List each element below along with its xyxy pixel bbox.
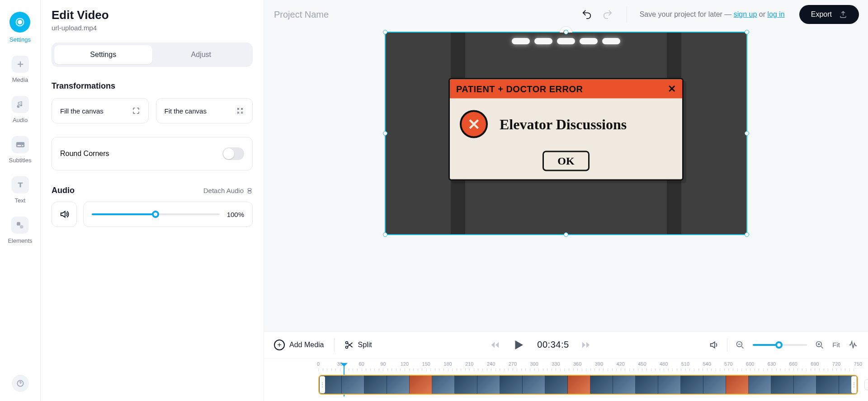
fit-canvas-label: Fit the canvas [165, 107, 207, 115]
redo-button[interactable] [601, 8, 614, 21]
svg-rect-11 [248, 191, 251, 193]
zoom-out-button[interactable] [736, 340, 745, 349]
clip-thumbnail [613, 376, 636, 394]
ruler-tick-label: 90 [380, 361, 386, 367]
play-button[interactable] [512, 338, 525, 352]
skip-forward-button[interactable] [581, 340, 591, 350]
ruler-tick-label: 480 [660, 361, 668, 367]
zoom-in-icon [815, 340, 824, 349]
resize-handle[interactable] [745, 30, 749, 34]
close-icon: ✕ [668, 83, 676, 95]
timeline-ruler[interactable]: 0306090120150180210240270300330360390420… [318, 361, 858, 373]
error-icon: ✕ [460, 110, 488, 138]
topbar: Project Name Save your project for later… [264, 0, 868, 29]
rail-settings[interactable]: Settings [9, 12, 31, 43]
ruler-tick-label: 390 [595, 361, 603, 367]
ruler-tick-label: 330 [552, 361, 560, 367]
video-track[interactable] [318, 375, 858, 395]
undo-icon [581, 9, 593, 19]
tab-settings[interactable]: Settings [54, 45, 152, 64]
zoom-slider[interactable] [753, 344, 807, 346]
waveform-button[interactable] [848, 340, 858, 350]
export-button[interactable]: Export [799, 5, 859, 24]
detach-audio-label: Detach Audio [203, 187, 244, 194]
svg-point-0 [18, 20, 22, 24]
help-button[interactable] [12, 375, 29, 392]
export-label: Export [811, 10, 832, 19]
rail-audio-label: Audio [13, 117, 28, 123]
fit-canvas-button[interactable]: Fit the canvas [156, 98, 253, 123]
plus-icon [12, 56, 29, 73]
clip-thumbnail [726, 376, 749, 394]
shapes-icon [11, 217, 28, 234]
ruler-tick-label: 0 [317, 361, 320, 367]
expand-icon [132, 107, 140, 115]
volume-slider-wrap: 100% [83, 202, 253, 227]
rail-text[interactable]: Text [12, 176, 29, 204]
tab-adjust[interactable]: Adjust [152, 45, 250, 64]
svg-rect-7 [17, 222, 21, 226]
ruler-tick-label: 540 [703, 361, 711, 367]
scissors-icon [344, 340, 354, 349]
add-media-label: Add Media [289, 341, 324, 349]
clip-trim-right[interactable]: ⋮ [851, 376, 857, 393]
log-in-link[interactable]: log in [768, 10, 785, 18]
panel-subtitle: url-upload.mp4 [52, 24, 253, 32]
rail-audio[interactable]: Audio [12, 96, 29, 123]
clip-thumbnail [749, 376, 771, 394]
ruler-tick-label: 300 [530, 361, 538, 367]
sign-up-link[interactable]: sign up [734, 10, 757, 18]
ruler-tick-label: 450 [638, 361, 646, 367]
ruler-tick-label: 630 [768, 361, 776, 367]
fill-canvas-button[interactable]: Fill the canvas [52, 98, 149, 123]
rail-media[interactable]: Media [12, 56, 29, 83]
resize-handle[interactable] [564, 232, 568, 237]
clip-thumbnail [410, 376, 432, 394]
svg-rect-4 [16, 142, 24, 147]
resize-handle[interactable] [383, 131, 387, 136]
resize-handle[interactable] [745, 131, 749, 136]
clip-trim-left[interactable]: ⋮ [320, 376, 325, 393]
nav-rail: Settings Media Audio Subtitles Text [0, 0, 41, 401]
fit-button[interactable]: Fit [832, 341, 840, 349]
split-button[interactable]: Split [344, 340, 372, 349]
rail-subtitles[interactable]: Subtitles [9, 136, 32, 164]
resize-handle[interactable] [564, 30, 568, 34]
rail-elements-label: Elements [8, 237, 32, 244]
ruler-tick-label: 720 [832, 361, 840, 367]
separator [727, 338, 727, 352]
project-name-input[interactable]: Project Name [274, 9, 329, 20]
settings-panel: Edit Video url-upload.mp4 Settings Adjus… [41, 0, 264, 401]
mute-button[interactable] [52, 202, 77, 227]
ruler-tick-label: 750 [854, 361, 862, 367]
ruler-tick-label: 150 [422, 361, 430, 367]
separator [627, 7, 627, 22]
dialog-ok-button: OK [542, 151, 589, 171]
ruler-tick-label: 270 [509, 361, 517, 367]
resize-handle[interactable] [383, 232, 387, 237]
main-area: Project Name Save your project for later… [264, 0, 868, 401]
ruler-tick-label: 120 [401, 361, 409, 367]
svg-point-13 [345, 346, 348, 348]
resize-handle[interactable] [745, 232, 749, 237]
undo-button[interactable] [580, 8, 593, 21]
add-track-button[interactable]: + [864, 379, 868, 390]
volume-slider[interactable] [92, 213, 220, 215]
clip-thumbnail [523, 376, 545, 394]
clip-thumbnail [477, 376, 500, 394]
timeline-toolbar: + Add Media Split 00:34:5 [264, 331, 868, 358]
video-preview[interactable]: PATIENT + DOCTOR ERROR ✕ ✕ Elevator Disc… [385, 32, 747, 235]
add-media-button[interactable]: + Add Media [274, 340, 324, 350]
dialog-body-text: Elevator Discussions [500, 116, 627, 132]
subtitles-icon [12, 136, 29, 153]
zoom-in-button[interactable] [815, 340, 824, 349]
rail-elements[interactable]: Elements [8, 217, 32, 244]
app-root: Settings Media Audio Subtitles Text [0, 0, 868, 401]
svg-rect-10 [248, 188, 251, 190]
svg-point-2 [17, 106, 19, 108]
timeline-mute-button[interactable] [709, 340, 719, 350]
round-corners-toggle[interactable] [222, 147, 244, 160]
resize-handle[interactable] [383, 30, 387, 34]
detach-audio-button[interactable]: Detach Audio [203, 187, 253, 194]
skip-back-button[interactable] [490, 340, 500, 350]
